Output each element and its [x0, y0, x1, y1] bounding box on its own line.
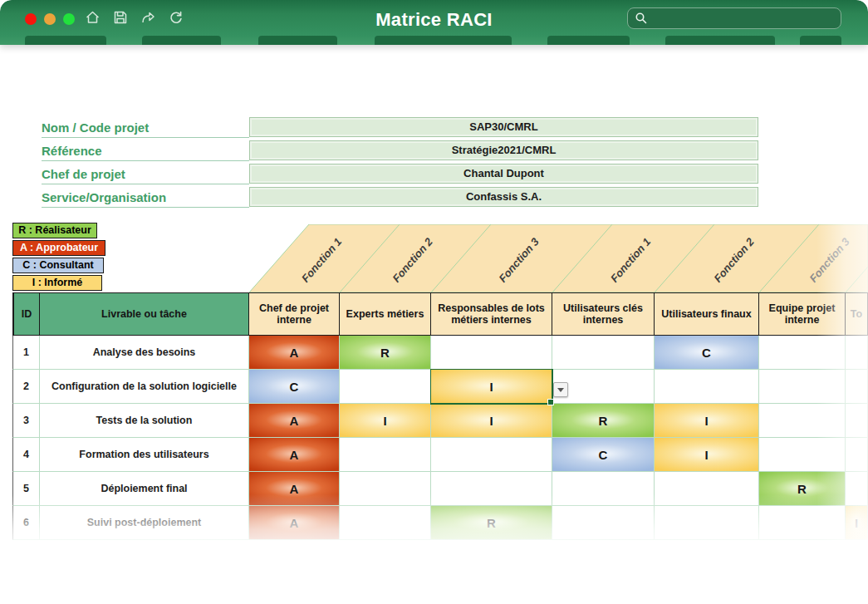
column-header: Utilisateurs clés internes [552, 292, 655, 336]
raci-cell-empty[interactable] [759, 404, 846, 438]
app-window: Matrice RACI Nom / Code projet SAP30/CMR… [0, 0, 868, 604]
raci-badge: I [655, 404, 758, 437]
raci-badge: C [655, 336, 758, 369]
sheet-tab[interactable] [800, 36, 841, 45]
task-cell[interactable]: Configuration de la solution logicielle [40, 370, 249, 404]
raci-cell-empty[interactable] [655, 472, 759, 506]
raci-cell-A[interactable]: A [249, 472, 340, 506]
raci-cell-I[interactable]: I [340, 404, 431, 438]
raci-cell-empty[interactable] [759, 506, 846, 540]
raci-badge: C [249, 370, 339, 403]
raci-cell-C[interactable]: C [655, 336, 759, 370]
raci-cell-empty[interactable] [759, 336, 846, 370]
dropdown-arrow-button[interactable] [553, 382, 568, 397]
legend-item-informe: I : Informé [12, 275, 102, 291]
raci-cell-empty[interactable] [340, 370, 431, 404]
raci-cell-I[interactable]: I [655, 438, 759, 472]
raci-cell-I[interactable]: I [431, 404, 552, 438]
raci-badge: A [249, 438, 339, 471]
column-header: Responsables de lots métiers internes [431, 292, 552, 336]
raci-cell-empty[interactable] [759, 438, 846, 472]
raci-cell-empty[interactable] [431, 472, 552, 506]
column-header: ID [12, 292, 40, 336]
raci-cell-empty[interactable] [655, 370, 759, 404]
raci-badge: R [552, 404, 654, 437]
legend-item-consultant: C : Consultant [12, 258, 104, 273]
raci-cell-I[interactable]: I [846, 506, 868, 540]
field-label: Chef de projet [42, 165, 249, 184]
raci-cell-R[interactable]: R [759, 472, 846, 506]
raci-cell-A[interactable]: A [249, 438, 340, 472]
raci-cell-I[interactable]: I [431, 370, 552, 404]
raci-badge: C [552, 438, 654, 471]
raci-cell-empty[interactable] [759, 370, 846, 404]
titlebar: Matrice RACI [0, 0, 868, 45]
task-cell[interactable]: Suivi post-déploiement [40, 506, 249, 540]
column-header: Chef de projet interne [249, 292, 340, 336]
field-label: Service/Organisation [42, 188, 249, 208]
task-cell[interactable]: Analyse des besoins [40, 336, 249, 370]
raci-cell-empty[interactable] [340, 506, 431, 540]
field-value[interactable]: SAP30/CMRL [249, 117, 758, 137]
field-value[interactable]: Stratégie2021/CMRL [249, 140, 758, 160]
raci-cell-empty[interactable] [846, 438, 868, 472]
raci-cell-empty[interactable] [846, 404, 868, 438]
function-header-band: Fonction 1Fonction 2Fonction 3Fonction 1… [249, 224, 868, 292]
field-row: Référence Stratégie2021/CMRL [33, 140, 760, 163]
raci-cell-empty[interactable] [431, 438, 552, 472]
raci-cell-empty[interactable] [340, 472, 431, 506]
raci-cell-empty[interactable] [552, 472, 655, 506]
column-header: To [846, 292, 868, 336]
sheet-tab[interactable] [142, 36, 221, 45]
raci-badge: I [431, 404, 552, 437]
raci-badge: I [431, 370, 552, 403]
raci-badge: I [846, 506, 867, 539]
field-row: Service/Organisation Confassis S.A. [33, 186, 760, 209]
column-header: Experts métiers [340, 292, 431, 336]
raci-cell-empty[interactable] [846, 370, 868, 404]
raci-cell-empty[interactable] [431, 336, 552, 370]
row-id: 4 [12, 438, 40, 472]
raci-badge: A [249, 506, 339, 539]
legend-item-approbateur: A : Approbateur [12, 240, 105, 256]
column-header: Equipe projet interne [759, 292, 846, 336]
raci-cell-A[interactable]: A [249, 404, 340, 438]
raci-matrix: IDLivrable ou tâcheChef de projet intern… [12, 292, 868, 540]
field-value[interactable]: Chantal Dupont [249, 164, 758, 184]
raci-cell-empty[interactable] [552, 336, 655, 370]
search-icon [635, 12, 648, 25]
raci-cell-empty[interactable] [655, 506, 759, 540]
raci-legend: R : Réalisateur A : Approbateur C : Cons… [12, 223, 105, 292]
raci-cell-empty[interactable] [552, 506, 655, 540]
raci-cell-empty[interactable] [846, 336, 868, 370]
sheet-tab[interactable] [665, 36, 775, 45]
raci-cell-empty[interactable] [340, 438, 431, 472]
raci-cell-C[interactable]: C [552, 438, 655, 472]
sheet-tab[interactable] [25, 36, 106, 45]
raci-cell-A[interactable]: A [249, 506, 340, 540]
sheet-tab[interactable] [258, 36, 337, 45]
raci-cell-R[interactable]: R [340, 336, 431, 370]
sheet-tab[interactable] [547, 36, 630, 45]
raci-cell-R[interactable]: R [431, 506, 552, 540]
raci-cell-empty[interactable] [846, 472, 868, 506]
column-header: Utilisateurs finaux [655, 292, 759, 336]
raci-cell-R[interactable]: R [552, 404, 655, 438]
row-id: 1 [12, 336, 40, 370]
task-cell[interactable]: Tests de la solution [40, 404, 249, 438]
legend-item-realisateur: R : Réalisateur [12, 223, 97, 238]
search-input[interactable] [627, 7, 841, 29]
field-value[interactable]: Confassis S.A. [249, 187, 758, 207]
sheet-tab[interactable] [375, 36, 512, 45]
raci-cell-C[interactable]: C [249, 370, 340, 404]
raci-badge: A [249, 336, 339, 369]
raci-cell-A[interactable]: A [249, 336, 340, 370]
raci-badge: R [431, 506, 552, 539]
raci-badge: I [340, 404, 430, 437]
raci-cell-I[interactable]: I [655, 404, 759, 438]
column-header: Livrable ou tâche [40, 292, 249, 336]
task-cell[interactable]: Formation des utilisateurs [40, 438, 249, 472]
raci-badge: R [340, 336, 430, 369]
field-label: Nom / Code projet [42, 118, 249, 138]
task-cell[interactable]: Déploiement final [40, 472, 249, 506]
